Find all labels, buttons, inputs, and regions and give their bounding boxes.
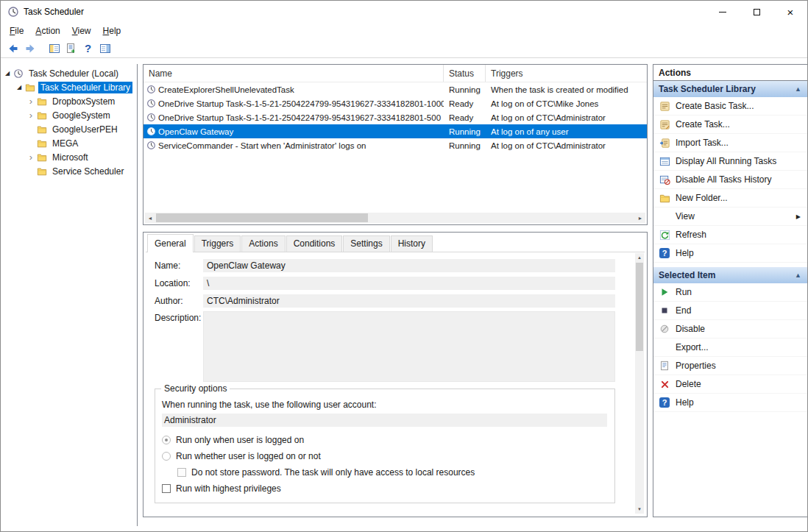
action-export[interactable]: Export... xyxy=(653,338,807,357)
task-row[interactable]: OneDrive Startup Task-S-1-5-21-250422479… xyxy=(143,96,647,110)
forward-button[interactable] xyxy=(21,40,38,57)
action-display-all-running-tasks[interactable]: Display All Running Tasks xyxy=(653,152,807,171)
action-run[interactable]: Run xyxy=(653,283,807,302)
description-label: Description: xyxy=(155,313,203,323)
folder-icon xyxy=(36,166,48,177)
tab-triggers[interactable]: Triggers xyxy=(194,235,241,252)
tab-settings[interactable]: Settings xyxy=(343,235,389,252)
tree-item-label: MEGA xyxy=(50,138,80,149)
action-create-basic-task[interactable]: Create Basic Task... xyxy=(653,97,807,116)
location-label: Location: xyxy=(155,278,203,288)
tab-general[interactable]: General xyxy=(147,234,194,252)
close-icon: × xyxy=(787,7,794,18)
scrollbar-thumb[interactable] xyxy=(636,263,643,351)
show-hide-console-tree-button[interactable] xyxy=(46,40,63,57)
action-refresh[interactable]: Refresh xyxy=(653,226,807,244)
radio-run-when-logged-on[interactable] xyxy=(162,436,171,444)
tab-actions[interactable]: Actions xyxy=(241,235,285,252)
scroll-left-icon[interactable]: ◄ xyxy=(145,213,155,223)
tree-item-task-scheduler-library[interactable]: ◢ Task Scheduler Library xyxy=(2,80,137,94)
menu-view[interactable]: View xyxy=(66,24,97,38)
menu-file[interactable]: File xyxy=(4,24,29,38)
tree-item-task-scheduler-local[interactable]: ◢ Task Scheduler (Local) xyxy=(2,66,137,80)
expand-arrow-icon[interactable]: ◢ xyxy=(2,71,13,77)
menu-label: elp xyxy=(109,26,121,36)
show-hide-action-pane-button[interactable] xyxy=(96,40,113,57)
tab-history[interactable]: History xyxy=(391,235,433,252)
tree-item-label: DropboxSystem xyxy=(50,96,117,107)
tree-item-label: GoogleSystem xyxy=(50,110,113,121)
menu-label: ile xyxy=(15,26,24,36)
vertical-scrollbar[interactable]: ▲ ▼ xyxy=(635,253,644,514)
scroll-down-icon[interactable]: ▼ xyxy=(635,505,644,514)
folder-icon xyxy=(36,138,48,149)
tree-item-dropboxsystem[interactable]: › DropboxSystem xyxy=(2,94,137,108)
action-view[interactable]: View ▶ xyxy=(653,208,807,226)
tree-item-service-scheduler[interactable]: Service Scheduler xyxy=(2,164,137,178)
minimize-button[interactable] xyxy=(706,1,740,23)
expand-arrow-icon[interactable]: ◢ xyxy=(14,85,24,91)
column-header-name[interactable]: Name xyxy=(143,65,444,82)
tab-conditions[interactable]: Conditions xyxy=(286,235,343,252)
action-disable[interactable]: Disable xyxy=(653,320,807,338)
action-properties[interactable]: Properties xyxy=(653,357,807,375)
checkbox-do-not-store-password[interactable] xyxy=(177,468,186,477)
scroll-up-icon[interactable]: ▲ xyxy=(635,253,644,262)
scroll-right-icon[interactable]: ► xyxy=(635,213,645,223)
task-status: Running xyxy=(444,127,486,136)
tree-item-mega[interactable]: MEGA xyxy=(2,136,137,150)
task-triggers: At log on of CTC\Administrator xyxy=(486,113,647,122)
scrollbar-thumb[interactable] xyxy=(156,213,368,222)
action-import-task[interactable]: Import Task... xyxy=(653,134,807,152)
refresh-icon xyxy=(659,229,670,241)
action-label: Import Task... xyxy=(676,138,729,148)
action-delete[interactable]: Delete xyxy=(653,375,807,394)
section-header-task-scheduler-library[interactable]: Task Scheduler Library ▲ xyxy=(653,81,807,97)
export-list-button[interactable] xyxy=(63,40,79,57)
collapse-icon[interactable]: ▲ xyxy=(795,272,801,279)
task-name: CreateExplorerShellUnelevatedTask xyxy=(158,85,444,94)
task-row[interactable]: CreateExplorerShellUnelevatedTask Runnin… xyxy=(143,82,647,96)
expand-chevron-icon[interactable]: › xyxy=(26,152,36,162)
collapse-icon[interactable]: ▲ xyxy=(795,85,801,93)
tree-item-googlesystem[interactable]: › GoogleSystem xyxy=(2,108,137,122)
task-row-selected[interactable]: OpenClaw Gateway Running At log on of an… xyxy=(143,124,647,138)
column-header-status[interactable]: Status xyxy=(444,65,486,82)
name-label: Name: xyxy=(155,260,203,271)
action-help-selected[interactable]: Help xyxy=(653,394,807,412)
action-label: Export... xyxy=(676,342,709,352)
minimize-icon xyxy=(719,12,726,13)
horizontal-scrollbar[interactable]: ◄ ► xyxy=(145,213,645,223)
task-triggers: At log on of CTC\Administrator xyxy=(486,141,647,150)
tree-item-googleuserpeh[interactable]: GoogleUserPEH xyxy=(2,122,137,136)
action-disable-all-tasks-history[interactable]: Disable All Tasks History xyxy=(653,171,807,189)
action-help-library[interactable]: Help xyxy=(653,244,807,263)
action-label: New Folder... xyxy=(676,193,728,203)
expand-chevron-icon[interactable]: › xyxy=(26,96,36,106)
close-button[interactable]: × xyxy=(773,1,807,23)
menu-help[interactable]: Help xyxy=(97,24,127,38)
action-label: Delete xyxy=(676,379,701,389)
checkbox-run-highest-privileges[interactable] xyxy=(162,484,171,493)
task-scheduler-app-icon xyxy=(7,6,19,18)
tree-item-microsoft[interactable]: › Microsoft xyxy=(2,150,137,164)
task-name: OneDrive Startup Task-S-1-5-21-250422479… xyxy=(158,99,444,108)
maximize-button[interactable] xyxy=(740,1,773,23)
radio-run-whether-logged-on[interactable] xyxy=(162,452,171,461)
action-end[interactable]: End xyxy=(653,302,807,320)
action-label: Disable xyxy=(676,324,705,334)
task-row[interactable]: OneDrive Startup Task-S-1-5-21-250422479… xyxy=(143,110,647,124)
back-button[interactable] xyxy=(4,40,21,57)
account-instruction: When running the task, use the following… xyxy=(162,400,607,410)
menu-action[interactable]: Action xyxy=(29,24,65,38)
section-header-selected-item[interactable]: Selected Item ▲ xyxy=(653,267,807,283)
task-row[interactable]: ServiceCommander - Start when 'Administr… xyxy=(143,138,647,152)
action-create-task[interactable]: Create Task... xyxy=(653,116,807,134)
forward-icon xyxy=(24,43,36,54)
help-button[interactable]: ? xyxy=(79,40,96,57)
folder-icon xyxy=(36,124,48,135)
action-label: Create Basic Task... xyxy=(676,101,754,111)
action-new-folder[interactable]: New Folder... xyxy=(653,189,807,208)
column-header-triggers[interactable]: Triggers xyxy=(486,65,647,82)
expand-chevron-icon[interactable]: › xyxy=(26,110,36,120)
